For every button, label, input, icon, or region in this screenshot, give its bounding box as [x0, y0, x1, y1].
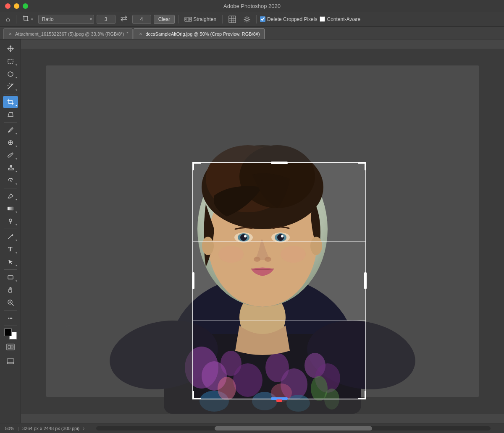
tab-0-label: Attachment_1615322367 (5).jpeg @ 33,3% (… — [15, 31, 124, 37]
tool-type[interactable]: T ▾ — [3, 243, 18, 255]
toolbar: ⌂ ▾ Ratio W x H x Resolution Original Ra… — [0, 12, 504, 27]
svg-rect-6 — [229, 16, 236, 23]
minimize-button[interactable] — [14, 3, 19, 9]
svg-point-22 — [10, 165, 12, 167]
svg-rect-34 — [11, 345, 13, 349]
handle-middle-right[interactable] — [364, 272, 367, 289]
svg-point-80 — [68, 325, 70, 326]
grid-h-1 — [193, 241, 365, 242]
tab-0[interactable]: × Attachment_1615322367 (5).jpeg @ 33,3%… — [3, 28, 133, 39]
ratio-select[interactable]: Ratio W x H x Resolution Original Ratio … — [38, 15, 94, 24]
settings-button[interactable] — [241, 15, 253, 24]
crop-box[interactable] — [192, 162, 366, 399]
clear-button[interactable]: Clear — [154, 15, 175, 24]
svg-point-26 — [12, 235, 13, 236]
content-aware-label[interactable]: Content-Aware — [320, 16, 360, 22]
tool-sep-6 — [4, 310, 17, 310]
svg-line-16 — [11, 84, 12, 85]
handle-tr-v[interactable] — [365, 162, 366, 170]
crop-cancel-indicator — [276, 399, 282, 402]
svg-line-29 — [12, 304, 13, 305]
dimensions: 3264 px x 2448 px (300 ppi) — [22, 426, 79, 431]
maximize-button[interactable] — [23, 3, 28, 9]
tool-sep-4 — [4, 229, 17, 229]
status-separator: | — [18, 426, 19, 431]
scrollbar-thumb[interactable] — [215, 426, 372, 430]
tool-quick-mask[interactable] — [3, 341, 18, 353]
tool-healing[interactable]: ▾ — [3, 137, 18, 149]
grid-v-2 — [308, 163, 308, 399]
tab-1[interactable]: × docsSampleAltOrig.jpg @ 50% (Crop Prev… — [134, 28, 264, 39]
window-controls — [5, 3, 28, 9]
canvas-area[interactable] — [21, 39, 504, 423]
tool-sep-1 — [4, 94, 17, 94]
tool-lasso[interactable]: ▾ — [3, 68, 18, 80]
tool-zoom[interactable] — [3, 297, 18, 308]
tool-more[interactable]: ••• — [3, 312, 18, 324]
app-title: Adobe Photoshop 2020 — [223, 3, 281, 9]
tool-move[interactable] — [3, 43, 18, 55]
handle-tl-v[interactable] — [192, 162, 194, 170]
content-aware-checkbox[interactable] — [320, 16, 325, 22]
tool-screen-mode[interactable] — [3, 355, 18, 367]
svg-point-79 — [66, 323, 67, 324]
toolbar-separator-2 — [178, 15, 178, 23]
photo-canvas — [21, 49, 504, 414]
tab-1-close[interactable]: × — [138, 31, 143, 37]
tool-sep-7 — [4, 326, 17, 326]
status-bar: 50% | 3264 px x 2448 px (300 ppi) › — [0, 423, 504, 433]
straighten-label: Straighten — [193, 16, 216, 22]
svg-rect-35 — [7, 359, 14, 364]
handle-bl-v[interactable] — [192, 391, 194, 399]
delete-cropped-checkbox[interactable] — [260, 16, 265, 22]
svg-point-11 — [246, 18, 248, 21]
tool-crop[interactable]: ▾ — [3, 96, 18, 108]
status-arrow[interactable]: › — [83, 425, 84, 431]
color-swatches[interactable] — [4, 329, 17, 339]
tool-hand[interactable] — [3, 284, 18, 296]
tool-clone-stamp[interactable]: ▾ — [3, 162, 18, 174]
ratio-select-wrapper[interactable]: Ratio W x H x Resolution Original Ratio … — [38, 15, 94, 24]
tool-perspective-crop[interactable] — [3, 109, 18, 120]
width-input[interactable] — [97, 15, 116, 24]
toolbox: ▾ ▾ ▾ ▾ — [0, 39, 21, 423]
svg-point-81 — [66, 326, 67, 327]
tool-pen[interactable]: ▾ — [3, 231, 18, 243]
home-button[interactable]: ⌂ — [3, 15, 13, 24]
tool-sep-2 — [4, 122, 17, 123]
handle-br-v[interactable] — [365, 391, 366, 399]
tool-magic-wand[interactable]: ▾ — [3, 81, 18, 92]
toolbar-separator-3 — [222, 15, 223, 23]
close-button[interactable] — [5, 3, 10, 9]
svg-rect-27 — [8, 276, 13, 279]
tool-sep-3 — [4, 188, 17, 188]
tab-0-close[interactable]: × — [8, 31, 13, 37]
tool-gradient[interactable]: ▾ — [3, 203, 18, 214]
swap-button[interactable] — [118, 15, 130, 23]
tool-path-selection[interactable]: ▾ — [3, 256, 18, 268]
main-area: ▾ ▾ ▾ ▾ — [0, 39, 504, 423]
tabs-bar: × Attachment_1615322367 (5).jpeg @ 33,3%… — [0, 27, 504, 39]
title-bar: Adobe Photoshop 2020 — [0, 0, 504, 12]
zoom-level: 50% — [5, 426, 14, 431]
svg-line-14 — [8, 87, 10, 89]
tool-dodge[interactable]: ▾ — [3, 215, 18, 227]
straighten-button[interactable]: Straighten — [182, 15, 219, 23]
tool-marquee[interactable]: ▾ — [3, 55, 18, 67]
svg-point-24 — [9, 219, 12, 222]
grid-v-1 — [251, 163, 251, 399]
tool-history-brush[interactable]: ▾ — [3, 175, 18, 186]
crop-tool-icon[interactable]: ▾ — [20, 13, 36, 25]
grid-h-2 — [193, 320, 365, 321]
horizontal-scrollbar[interactable] — [96, 426, 491, 430]
height-input[interactable] — [132, 15, 151, 24]
tool-eyedropper[interactable]: ▾ — [3, 124, 18, 136]
tool-shape[interactable]: ▾ — [3, 271, 18, 283]
grid-overlay-button[interactable] — [226, 14, 239, 24]
svg-rect-23 — [8, 207, 13, 210]
handle-middle-left[interactable] — [192, 272, 194, 289]
handle-top-middle[interactable] — [271, 162, 288, 164]
tool-brush[interactable]: ▾ — [3, 149, 18, 161]
delete-cropped-label[interactable]: Delete Cropped Pixels — [260, 16, 317, 22]
tool-eraser[interactable]: ▾ — [3, 190, 18, 202]
